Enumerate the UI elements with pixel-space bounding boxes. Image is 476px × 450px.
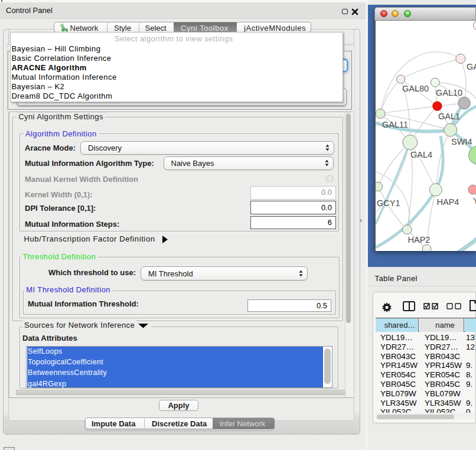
svg-text:HAP4: HAP4	[437, 197, 459, 207]
svg-text:GAL80: GAL80	[402, 84, 429, 93]
svg-text:HAP2: HAP2	[408, 235, 431, 244]
svg-text:SWI4: SWI4	[451, 137, 472, 146]
svg-text:GAL10: GAL10	[436, 88, 462, 97]
svg-text:GAL4: GAL4	[410, 150, 432, 159]
svg-text:Y: Y	[473, 196, 476, 206]
svg-text:GCY1: GCY1	[377, 198, 400, 208]
svg-text:GAL: GAL	[467, 62, 476, 71]
svg-text:GAL11: GAL11	[382, 120, 408, 129]
svg-text:GAL1: GAL1	[438, 112, 460, 121]
